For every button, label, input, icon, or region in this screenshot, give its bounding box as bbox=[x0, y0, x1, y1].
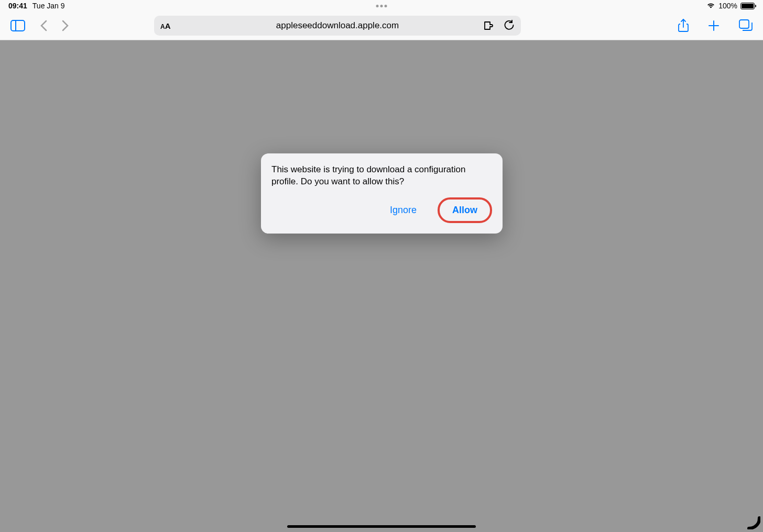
dialog-buttons: Ignore Allow bbox=[271, 197, 492, 223]
status-date: Tue Jan 9 bbox=[32, 2, 65, 10]
new-tab-icon[interactable] bbox=[707, 19, 720, 32]
home-indicator[interactable] bbox=[287, 525, 476, 528]
browser-toolbar: AA appleseeddownload.apple.com bbox=[0, 12, 763, 40]
address-bar[interactable]: AA appleseeddownload.apple.com bbox=[154, 16, 521, 36]
share-icon[interactable] bbox=[678, 19, 689, 32]
svg-rect-0 bbox=[11, 20, 25, 31]
multitasking-dots-icon[interactable] bbox=[376, 5, 387, 7]
url-text: appleseeddownload.apple.com bbox=[276, 20, 399, 31]
status-time: 09:41 bbox=[8, 2, 27, 10]
allow-button[interactable]: Allow bbox=[447, 202, 483, 219]
sidebar-icon[interactable] bbox=[10, 20, 25, 31]
page-content bbox=[0, 40, 763, 532]
battery-percent: 100% bbox=[718, 2, 737, 10]
reader-aa-icon[interactable]: AA bbox=[160, 21, 171, 30]
svg-rect-5 bbox=[739, 20, 749, 28]
back-button-icon[interactable] bbox=[40, 20, 47, 31]
status-bar: 09:41 Tue Jan 9 100% bbox=[0, 0, 763, 12]
battery-icon bbox=[740, 3, 755, 9]
dialog-message: This website is trying to download a con… bbox=[271, 164, 492, 188]
ignore-button[interactable]: Ignore bbox=[385, 202, 422, 219]
corner-logo-icon bbox=[745, 514, 760, 529]
tabs-icon[interactable] bbox=[739, 19, 753, 32]
forward-button-icon[interactable] bbox=[62, 20, 69, 31]
wifi-icon bbox=[706, 2, 715, 10]
status-right: 100% bbox=[706, 2, 755, 10]
extensions-icon[interactable] bbox=[483, 20, 495, 31]
download-profile-dialog: This website is trying to download a con… bbox=[261, 153, 503, 234]
status-left: 09:41 Tue Jan 9 bbox=[8, 2, 65, 10]
allow-highlight: Allow bbox=[438, 197, 492, 223]
reload-icon[interactable] bbox=[504, 20, 515, 31]
